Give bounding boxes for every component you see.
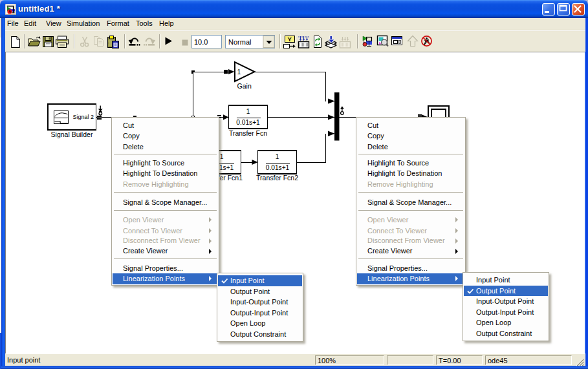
svg-text:Gain: Gain [237,82,252,90]
svg-text:1: 1 [237,68,241,76]
svg-text:Normal: Normal [228,38,251,46]
svg-text:Signal 2: Signal 2 [73,114,94,120]
svg-text:Transfer Fcn: Transfer Fcn [229,129,267,137]
svg-text:Transfer Fcn2: Transfer Fcn2 [256,174,298,182]
svg-text:1: 1 [246,108,250,115]
svg-text:0.01s+1: 0.01s+1 [236,119,260,126]
svg-text:0.01s+1: 0.01s+1 [266,164,290,171]
svg-text:Y: Y [288,36,292,43]
svg-text:Signal Builder: Signal Builder [51,131,93,138]
svg-text:1: 1 [276,153,279,160]
svg-text:1: 1 [220,153,224,160]
svg-text:10.0: 10.0 [194,38,208,46]
